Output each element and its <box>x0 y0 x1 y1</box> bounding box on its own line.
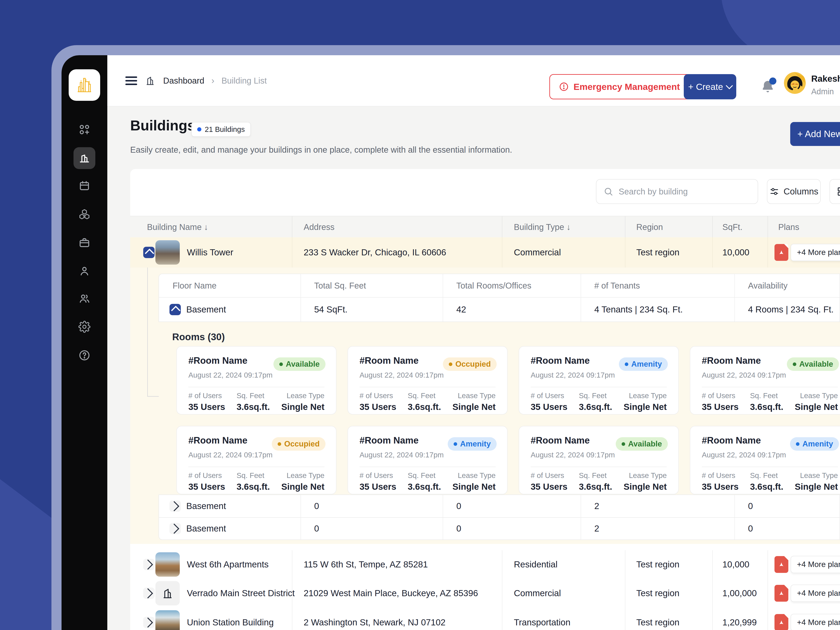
card-divider <box>188 387 324 387</box>
chevron-up-icon <box>145 248 154 258</box>
pdf-plan-icon[interactable] <box>774 585 788 602</box>
column-building-name[interactable]: Building Name ↓ <box>147 223 208 232</box>
room-card[interactable]: #Room Name August 22, 2024 09:17pm Occup… <box>177 426 336 494</box>
room-stats: # of Users35 Users Sq. Feet3.6sq.ft. Lea… <box>360 471 496 492</box>
status-dot <box>278 442 281 446</box>
status-badge-available: Available <box>787 357 839 371</box>
column-sqft[interactable]: SqFt. <box>722 223 742 232</box>
expand-floor-button[interactable] <box>169 501 181 512</box>
room-card[interactable]: #Room Name August 22, 2024 09:17pm Ameni… <box>690 426 840 494</box>
app-logo[interactable] <box>69 69 100 101</box>
column-region[interactable]: Region <box>636 223 663 232</box>
expand-floor-button[interactable] <box>169 523 181 534</box>
room-stats: # of Users35 Users Sq. Feet3.6sq.ft. Lea… <box>188 471 324 492</box>
grid-view-button[interactable] <box>829 179 840 204</box>
search-input[interactable] <box>618 187 750 197</box>
status-badge-amenity: Amenity <box>619 357 668 371</box>
floor-name: Basement <box>186 305 226 314</box>
chevron-up-icon <box>171 306 180 315</box>
sidebar-item-assets[interactable] <box>74 203 95 225</box>
card-divider <box>702 387 838 387</box>
avatar-illustration <box>784 72 806 94</box>
room-date: August 22, 2024 09:17pm <box>702 451 786 459</box>
floor-tenants: 2 <box>594 501 599 511</box>
room-card[interactable]: #Room Name August 22, 2024 09:17pm Ameni… <box>519 346 679 415</box>
status-dot <box>622 442 625 446</box>
building-sqft: 1,00,000 <box>722 588 757 598</box>
status-badge-available: Available <box>273 357 325 371</box>
status-dot <box>796 442 799 446</box>
pdf-plan-icon[interactable] <box>774 556 788 573</box>
rooms-heading: Rooms (30) <box>172 331 225 343</box>
notifications-bell-icon[interactable] <box>760 78 777 96</box>
more-plans-button[interactable]: +4 More plans <box>791 244 840 261</box>
skyline-logo-icon <box>74 75 95 95</box>
room-name: #Room Name <box>360 355 418 366</box>
sidebar-item-calendar[interactable] <box>74 175 95 197</box>
column-plans[interactable]: Plans <box>778 223 799 232</box>
room-stats: # of Users35 Users Sq. Feet3.6sq.ft. Lea… <box>188 392 324 412</box>
column-floor-name: Floor Name <box>173 281 216 291</box>
chevron-right-icon <box>142 559 153 570</box>
expand-row-button[interactable] <box>143 617 155 628</box>
collapse-row-button[interactable] <box>143 247 155 258</box>
create-button[interactable]: + Create <box>684 74 736 99</box>
sidebar-item-buildings[interactable] <box>74 147 95 169</box>
table-row-union-station[interactable]: Union Station Building 2 Washington St, … <box>130 608 840 630</box>
user-avatar[interactable] <box>784 72 806 94</box>
floor-name: Basement <box>186 524 226 534</box>
room-card[interactable]: #Room Name August 22, 2024 09:17pm Ameni… <box>347 426 508 494</box>
table-row-willis-tower[interactable]: Willis Tower 233 S Wacker Dr, Chicago, I… <box>130 237 840 268</box>
chevron-down-icon <box>726 82 733 89</box>
breadcrumb-dashboard[interactable]: Dashboard <box>163 76 204 85</box>
card-divider <box>360 467 496 467</box>
room-stats: # of Users35 Users Sq. Feet3.6sq.ft. Lea… <box>360 392 496 412</box>
menu-toggle-icon[interactable] <box>125 76 137 85</box>
floor-row-basement[interactable]: Basement 0 0 2 0 <box>159 494 840 517</box>
floor-total-rooms: 42 <box>456 305 466 314</box>
buildings-table-panel: Columns Building Name ↓ Address Building… <box>130 169 840 630</box>
card-divider <box>702 467 838 467</box>
card-divider <box>531 467 667 467</box>
add-new-button[interactable]: + Add New <box>790 122 840 146</box>
expand-row-button[interactable] <box>143 559 155 570</box>
emergency-management-button[interactable]: Emergency Management <box>549 74 699 99</box>
floor-row-basement[interactable]: Basement 0 0 2 0 <box>159 517 840 540</box>
sidebar-item-profile[interactable] <box>74 260 95 282</box>
status-dot <box>453 442 457 446</box>
search-field[interactable] <box>596 179 758 204</box>
card-divider <box>531 387 667 387</box>
notification-dot <box>769 77 776 85</box>
sidebar <box>62 55 107 630</box>
column-address[interactable]: Address <box>304 223 335 232</box>
more-plans-button[interactable]: +4 More plans <box>791 556 840 573</box>
room-card[interactable]: #Room Name August 22, 2024 09:17pm Avail… <box>690 346 840 415</box>
pdf-plan-icon[interactable] <box>774 244 788 261</box>
sidebar-item-dashboard[interactable] <box>74 118 95 141</box>
room-date: August 22, 2024 09:17pm <box>360 371 444 379</box>
more-plans-button[interactable]: +4 More plans <box>791 585 840 602</box>
collapse-floor-button[interactable] <box>169 304 181 315</box>
sidebar-item-settings[interactable] <box>74 316 95 338</box>
column-building-type[interactable]: Building Type ↓ <box>514 223 571 232</box>
building-region: Test region <box>636 588 679 598</box>
room-stats: # of Users35 Users Sq. Feet3.6sq.ft. Lea… <box>531 392 667 412</box>
sidebar-item-team[interactable] <box>74 287 95 309</box>
profile-icon <box>78 265 90 277</box>
status-badge-occupied: Occupied <box>272 437 325 451</box>
room-name: #Room Name <box>531 435 590 445</box>
table-row-west-6th[interactable]: West 6th Apartments 115 W 6th St, Tempe,… <box>130 550 840 579</box>
columns-button[interactable]: Columns <box>767 179 821 204</box>
table-row-verrado[interactable]: Verrado Main Street District 21029 West … <box>130 579 840 608</box>
room-card[interactable]: #Room Name August 22, 2024 09:17pm Occup… <box>347 346 508 415</box>
room-card[interactable]: #Room Name August 22, 2024 09:17pm Avail… <box>177 346 336 415</box>
expand-row-button[interactable] <box>143 587 155 599</box>
main-area: Dashboard › Building List Emergency Mana… <box>107 55 840 630</box>
sidebar-item-briefcase[interactable] <box>74 232 95 254</box>
sidebar-item-help[interactable] <box>74 344 95 366</box>
pdf-plan-icon[interactable] <box>774 614 788 630</box>
more-plans-button[interactable]: +4 More plans <box>791 614 840 630</box>
floor-row-basement-expanded[interactable]: Basement 54 SqFt. 42 4 Tenants | 234 Sq.… <box>159 297 840 322</box>
room-name: #Room Name <box>188 355 247 366</box>
room-card[interactable]: #Room Name August 22, 2024 09:17pm Avail… <box>519 426 679 494</box>
